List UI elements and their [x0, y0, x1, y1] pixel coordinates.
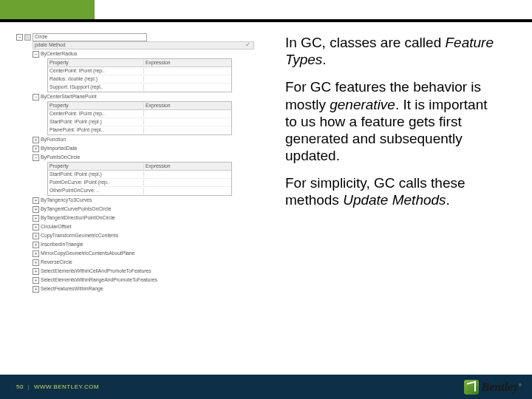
logo-tm: ® — [519, 383, 522, 387]
expand-icon[interactable]: + — [33, 233, 39, 239]
table-row[interactable]: PlanePoint: IPoint (repl.. — [48, 126, 231, 134]
expand-icon[interactable]: + — [33, 250, 39, 257]
table-header: Property Expression — [48, 59, 231, 67]
method-label: SelectFeaturesWithinRange — [41, 286, 103, 293]
col-expression: Expression — [144, 163, 231, 170]
prop-name: Support: ISupport (repl.. — [48, 84, 144, 91]
tree-root-row[interactable]: − Circle — [16, 33, 281, 41]
paragraph: For GC features the behavior is mostly g… — [285, 78, 502, 164]
method-label: ByImportedData — [41, 146, 77, 152]
method-label: MirrorCopyGeometricContentsAboutPlane — [41, 250, 134, 257]
section-row[interactable]: − ByCenterStartPlanePoint — [33, 92, 281, 101]
check-icon: ✓ — [245, 41, 250, 49]
prop-name: StartPoint: IPoint (repl.) — [48, 171, 144, 178]
table-row[interactable]: Support: ISupport (repl.. — [48, 83, 231, 92]
table-row[interactable]: StartPoint: IPoint (repl.) — [48, 171, 231, 179]
method-label: CopyTransformGeometricContents — [41, 233, 118, 239]
table-row[interactable]: Radius: double (repl.) — [48, 75, 231, 83]
table-header: Property Expression — [48, 163, 231, 171]
table-row[interactable]: PointOnCurve: IPoint (rep.. — [48, 179, 231, 187]
p-em: generative — [330, 97, 395, 112]
expand-icon[interactable]: + — [33, 206, 39, 213]
method-label: ByTangencyTo3Curves — [41, 197, 92, 204]
property-table: Property Expression CenterPoint: IPoint … — [47, 58, 232, 92]
bentley-logo: Bentley® — [464, 380, 522, 395]
method-row[interactable]: −ByPointsOnCircle — [33, 153, 281, 162]
table-row[interactable]: CenterPoint: IPoint (rep.. — [48, 67, 231, 75]
col-expression: Expression — [144, 103, 231, 109]
expand-icon[interactable]: + — [33, 224, 39, 231]
method-row[interactable]: +SelectFeaturesWithinRange — [33, 284, 281, 293]
method-label: ByTangentCurvePointsOnCircle — [41, 206, 112, 213]
collapse-icon[interactable]: − — [33, 94, 39, 100]
method-row[interactable]: +ByTangentDirectionPointOnCircle — [33, 214, 281, 222]
paragraph: In GC, classes are called Feature Types. — [285, 34, 502, 68]
collapse-icon[interactable]: − — [16, 34, 23, 41]
prop-name: Radius: double (repl.) — [48, 76, 144, 83]
method-row[interactable]: +ReverseCircle — [33, 258, 281, 267]
method-row[interactable]: +ByImportedData — [33, 144, 281, 153]
slide: − Circle pdate Method ✓ − ByCenterRadius… — [0, 0, 532, 399]
method-label: ByPointsOnCircle — [41, 154, 80, 161]
top-black-rule — [0, 19, 532, 22]
expand-icon[interactable]: + — [33, 286, 39, 293]
method-row[interactable]: +InscribedInTriangle — [33, 240, 281, 249]
footer-url: WWW.BENTLEY.COM — [34, 383, 99, 390]
separator: | — [26, 383, 33, 390]
table-row[interactable]: OtherPointOnCurve: .. — [48, 187, 231, 195]
expand-icon[interactable]: + — [33, 259, 39, 266]
prop-name: PointOnCurve: IPoint (rep.. — [48, 180, 144, 186]
collapse-icon[interactable]: − — [33, 154, 39, 161]
property-table: Property Expression StartPoint: IPoint (… — [47, 162, 232, 196]
expand-icon[interactable]: + — [33, 268, 39, 275]
col-property: Property — [48, 163, 144, 170]
col-property: Property — [48, 103, 144, 109]
method-label: InscribedInTriangle — [41, 242, 83, 248]
method-row[interactable]: +ByTangencyTo3Curves — [33, 196, 281, 205]
table-header: Property Expression — [48, 102, 231, 110]
text-panel: In GC, classes are called Feature Types.… — [281, 30, 517, 362]
method-label: SelectElementsWithinRangeAndPromoteToFea… — [41, 277, 157, 284]
update-method-band[interactable]: pdate Method ✓ — [33, 41, 254, 50]
expand-icon[interactable]: + — [33, 242, 39, 248]
page-number: 50 — [16, 383, 24, 390]
method-row[interactable]: +MirrorCopyGeometricContentsAboutPlane — [33, 249, 281, 258]
expand-icon[interactable]: + — [33, 277, 39, 284]
expand-icon[interactable]: + — [33, 137, 39, 143]
method-label: ReverseCircle — [41, 259, 72, 266]
prop-name: CenterPoint: IPoint (rep.. — [48, 111, 144, 117]
method-label: SelectElementsWithinCellAndPromoteToFeat… — [41, 268, 151, 275]
table-row[interactable]: CenterPoint: IPoint (rep.. — [48, 110, 231, 118]
p-text: . — [322, 52, 326, 67]
logo-word: Bentley — [482, 381, 519, 393]
expand-icon[interactable]: + — [33, 215, 39, 222]
root-label-text: Circle — [35, 34, 47, 41]
page-info: 50 | WWW.BENTLEY.COM — [0, 383, 99, 390]
section-row[interactable]: − ByCenterRadius — [33, 50, 281, 58]
method-row[interactable]: +ByFunction — [33, 135, 281, 144]
top-green-block — [0, 0, 95, 19]
method-label: ByFunction — [41, 137, 66, 143]
expand-icon[interactable]: + — [33, 197, 39, 204]
p-text: In GC, classes are called — [285, 35, 445, 50]
collapse-icon[interactable]: − — [33, 51, 39, 58]
property-table: Property Expression CenterPoint: IPoint … — [47, 101, 232, 135]
method-row[interactable]: +CopyTransformGeometricContents — [33, 231, 281, 240]
content-area: − Circle pdate Method ✓ − ByCenterRadius… — [0, 30, 532, 362]
method-row[interactable]: +SelectElementsWithinCellAndPromoteToFea… — [33, 267, 281, 276]
p-text: . — [446, 192, 450, 208]
expand-icon[interactable]: + — [33, 146, 39, 152]
root-label[interactable]: Circle — [33, 33, 147, 41]
prop-name: CenterPoint: IPoint (rep.. — [48, 68, 144, 75]
method-label: ByTangentDirectionPointOnCircle — [41, 215, 115, 222]
logo-mark-icon — [464, 380, 479, 395]
tree-root: − Circle pdate Method ✓ − ByCenterRadius… — [16, 33, 281, 293]
prop-name: PlanePoint: IPoint (repl.. — [48, 127, 144, 134]
method-band-text: pdate Method — [35, 42, 66, 49]
prop-name: OtherPointOnCurve: .. — [48, 188, 144, 194]
logo-text: Bentley® — [482, 381, 522, 394]
method-row[interactable]: +SelectElementsWithinRangeAndPromoteToFe… — [33, 276, 281, 284]
method-row[interactable]: +ByTangentCurvePointsOnCircle — [33, 205, 281, 214]
table-row[interactable]: StartPoint: IPoint (repl.) — [48, 118, 231, 126]
method-row[interactable]: +CircularOffset — [33, 222, 281, 231]
